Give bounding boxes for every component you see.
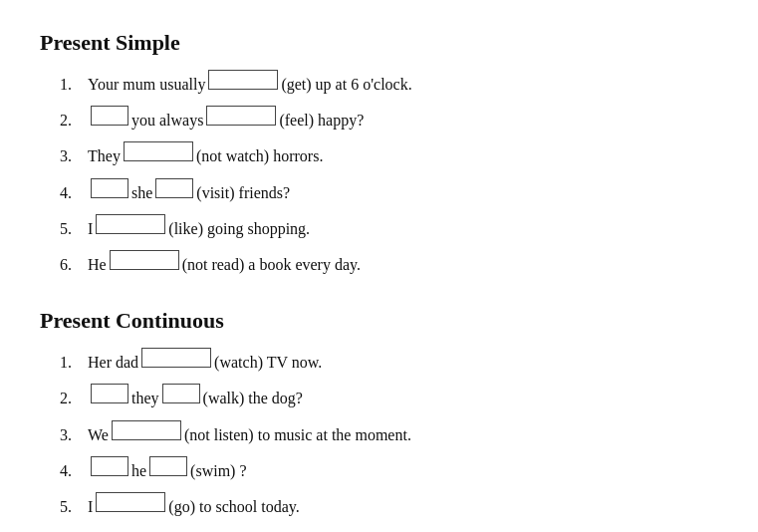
text-fragment: they — [131, 385, 159, 411]
text-fragment: (go) to school today. — [168, 493, 299, 520]
text-fragment: We — [88, 421, 109, 448]
text-fragment: (get) up at 6 o'clock. — [281, 71, 411, 98]
exercise-line-1: 1.Your mum usually (get) up at 6 o'clock… — [60, 70, 718, 98]
fill-box[interactable] — [208, 70, 278, 90]
text-fragment: she — [131, 179, 152, 206]
text-fragment: I — [88, 493, 93, 520]
exercise-line-3: 3.We (not listen) to music at the moment… — [60, 420, 718, 448]
text-fragment: I — [88, 215, 93, 242]
present-simple-title: Present Simple — [40, 30, 718, 56]
fill-box[interactable] — [91, 384, 128, 403]
exercise-num-4: 4. — [60, 179, 88, 206]
text-fragment: (feel) happy? — [279, 107, 364, 133]
text-fragment: (swim) ? — [190, 457, 246, 484]
fill-box[interactable] — [149, 456, 187, 476]
exercise-num-3: 3. — [60, 421, 88, 448]
text-fragment: you always — [131, 107, 203, 133]
exercise-num-5: 5. — [60, 493, 88, 520]
fill-box[interactable] — [155, 178, 193, 198]
fill-box[interactable] — [91, 456, 128, 476]
exercise-line-6: 6.He (not read) a book every day. — [60, 250, 718, 278]
exercise-num-5: 5. — [60, 215, 88, 242]
exercise-num-2: 2. — [60, 107, 88, 133]
text-fragment: Your mum usually — [88, 71, 205, 98]
exercise-line-2: 2. you always (feel) happy? — [60, 106, 718, 133]
page-content: Present Simple 1.Your mum usually (get) … — [40, 30, 718, 520]
exercise-num-6: 6. — [60, 251, 88, 278]
present-continuous-section: Present Continuous 1.Her dad (watch) TV … — [40, 308, 718, 520]
text-fragment: (not listen) to music at the moment. — [184, 421, 411, 448]
exercise-line-1: 1.Her dad (watch) TV now. — [60, 348, 718, 376]
text-fragment: Her dad — [88, 349, 138, 376]
text-fragment: he — [131, 457, 146, 484]
exercise-line-3: 3.They (not watch) horrors. — [60, 141, 718, 169]
fill-box[interactable] — [206, 106, 276, 126]
text-fragment: (like) going shopping. — [168, 215, 310, 242]
fill-box[interactable] — [162, 384, 200, 403]
exercise-num-4: 4. — [60, 457, 88, 484]
present-simple-section: Present Simple 1.Your mum usually (get) … — [40, 30, 718, 278]
fill-box[interactable] — [124, 141, 193, 161]
text-fragment: (not read) a book every day. — [182, 251, 361, 278]
fill-box[interactable] — [141, 348, 211, 368]
fill-box[interactable] — [110, 250, 179, 270]
text-fragment: (walk) the dog? — [203, 385, 303, 411]
exercise-line-2: 2. they (walk) the dog? — [60, 384, 718, 411]
text-fragment: (watch) TV now. — [214, 349, 322, 376]
exercise-line-4: 4. he (swim) ? — [60, 456, 718, 484]
text-fragment: (not watch) horrors. — [196, 142, 324, 169]
text-fragment: He — [88, 251, 107, 278]
fill-box[interactable] — [96, 492, 165, 512]
present-continuous-exercises: 1.Her dad (watch) TV now. 2. they (walk)… — [60, 348, 718, 520]
present-simple-exercises: 1.Your mum usually (get) up at 6 o'clock… — [60, 70, 718, 278]
exercise-line-4: 4. she (visit) friends? — [60, 178, 718, 206]
text-fragment: (visit) friends? — [196, 179, 290, 206]
present-continuous-title: Present Continuous — [40, 308, 718, 334]
fill-box[interactable] — [91, 178, 128, 198]
exercise-num-1: 1. — [60, 349, 88, 376]
fill-box[interactable] — [96, 214, 165, 234]
fill-box[interactable] — [91, 106, 128, 126]
exercise-line-5: 5.I (go) to school today. — [60, 492, 718, 520]
exercise-line-5: 5.I (like) going shopping. — [60, 214, 718, 242]
text-fragment: They — [88, 142, 121, 169]
exercise-num-1: 1. — [60, 71, 88, 98]
fill-box[interactable] — [112, 420, 181, 440]
exercise-num-2: 2. — [60, 385, 88, 411]
exercise-num-3: 3. — [60, 142, 88, 169]
